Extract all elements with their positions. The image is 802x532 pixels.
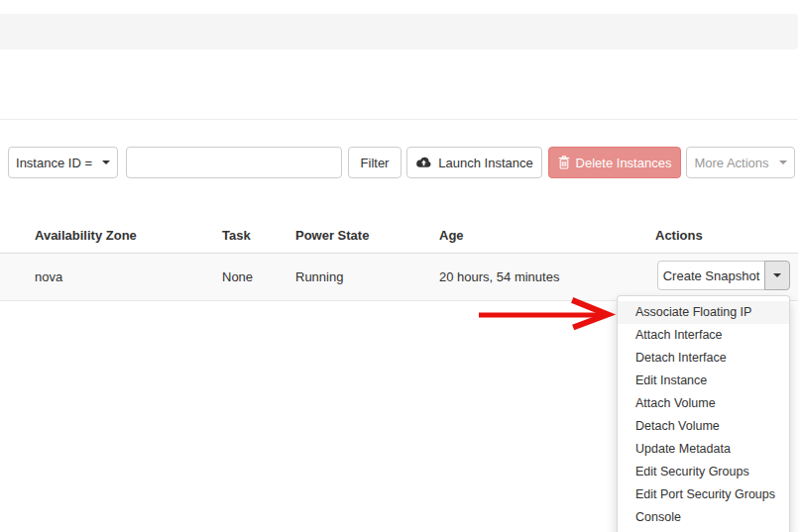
- top-panel: [0, 14, 798, 50]
- row-actions-dropdown-toggle[interactable]: [764, 261, 790, 290]
- cell-task: None: [222, 254, 253, 300]
- delete-instances-button[interactable]: Delete Instances: [548, 147, 681, 178]
- caret-down-icon: [779, 160, 787, 164]
- caret-down-icon: [773, 273, 781, 277]
- filter-field-dropdown[interactable]: Instance ID =: [8, 147, 118, 178]
- column-power-state[interactable]: Power State: [295, 228, 369, 243]
- menu-item-edit-security-groups[interactable]: Edit Security Groups: [618, 461, 789, 483]
- cell-availability-zone: nova: [35, 254, 62, 300]
- menu-item-detach-interface[interactable]: Detach Interface: [618, 347, 789, 370]
- menu-item-edit-port-security-groups[interactable]: Edit Port Security Groups: [618, 483, 789, 506]
- cell-power-state: Running: [295, 254, 343, 300]
- row-actions-menu: Associate Floating IP Attach Interface D…: [617, 295, 790, 532]
- menu-item-attach-interface[interactable]: Attach Interface: [618, 324, 789, 347]
- cell-age: 20 hours, 54 minutes: [439, 254, 559, 300]
- menu-item-update-metadata[interactable]: Update Metadata: [618, 438, 789, 461]
- delete-instances-label: Delete Instances: [576, 156, 672, 170]
- menu-item-edit-instance[interactable]: Edit Instance: [618, 370, 789, 392]
- menu-item-associate-floating-ip[interactable]: Associate Floating IP: [618, 301, 789, 324]
- column-availability-zone[interactable]: Availability Zone: [35, 228, 137, 243]
- create-snapshot-label: Create Snapshot: [663, 268, 760, 283]
- more-actions-button[interactable]: More Actions: [686, 147, 795, 178]
- section-divider: [0, 119, 798, 120]
- caret-down-icon: [102, 160, 110, 164]
- column-task[interactable]: Task: [222, 228, 251, 243]
- cloud-upload-icon: [415, 157, 432, 169]
- menu-item-console[interactable]: Console: [618, 506, 789, 529]
- column-age[interactable]: Age: [439, 228, 464, 243]
- row-action-split-button: Create Snapshot: [657, 261, 790, 290]
- menu-item-attach-volume[interactable]: Attach Volume: [618, 392, 789, 415]
- filter-button-label: Filter: [361, 156, 390, 170]
- column-actions: Actions: [655, 228, 703, 243]
- filter-button[interactable]: Filter: [348, 147, 401, 178]
- trash-icon: [558, 156, 570, 169]
- filter-field-label: Instance ID =: [16, 156, 92, 170]
- menu-item-detach-volume[interactable]: Detach Volume: [618, 415, 789, 438]
- more-actions-label: More Actions: [694, 156, 768, 170]
- launch-instance-label: Launch Instance: [438, 156, 532, 170]
- launch-instance-button[interactable]: Launch Instance: [406, 147, 542, 178]
- create-snapshot-button[interactable]: Create Snapshot: [657, 261, 765, 290]
- filter-input[interactable]: [126, 147, 342, 178]
